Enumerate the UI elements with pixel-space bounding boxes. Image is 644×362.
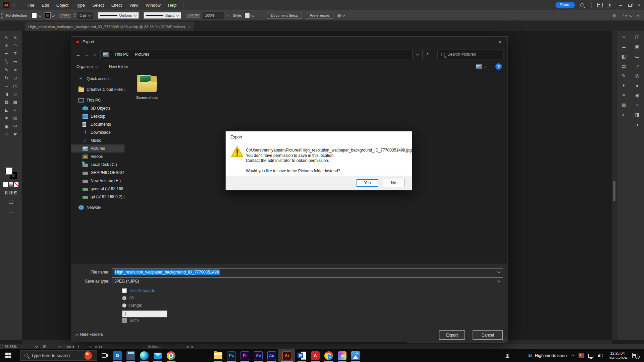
breadcrumb-this-pc[interactable]: This PC	[114, 52, 129, 57]
help-icon[interactable]: ?	[495, 63, 502, 70]
graphic-styles-panel-icon[interactable]: ◉	[635, 93, 639, 98]
view-mode-icon[interactable]	[476, 64, 482, 69]
shaper-tool-icon[interactable]: ≈	[11, 66, 20, 74]
sidebar-item-downloads[interactable]: Downloads	[71, 128, 124, 136]
taskbar-app-premiere[interactable]: Pr	[238, 349, 252, 362]
menu-type[interactable]: Type	[76, 3, 85, 8]
menu-select[interactable]: Select	[92, 3, 104, 8]
cc-libraries-panel-icon[interactable]: ☁	[621, 44, 626, 49]
folder-tile-screenshots[interactable]: Screenshots	[130, 72, 164, 109]
gradient-panel-icon[interactable]: ▩	[622, 102, 626, 108]
weather-status-label[interactable]: High winds soon	[535, 353, 567, 358]
file-name-input[interactable]: High_resolution_wallpaper_background_ID_…	[112, 268, 503, 276]
taskbar-app-chrome[interactable]	[164, 349, 178, 362]
perspective-grid-tool-icon[interactable]: ◇	[11, 90, 20, 98]
screen-mode-icon[interactable]: ▢	[8, 198, 13, 204]
sidebar-item-desktop[interactable]: Desktop	[71, 112, 124, 120]
style-swatch[interactable]	[245, 13, 250, 18]
menu-effect[interactable]: Effect	[111, 3, 122, 8]
sidebar-item-new-volume-e[interactable]: New Volume (E:)	[71, 177, 124, 185]
taskbar-app-creative-cloud[interactable]: ∞	[335, 349, 349, 362]
taskbar-app-aftereffects[interactable]: Ae	[252, 349, 265, 362]
color-guide-panel-icon[interactable]: ◎	[635, 73, 639, 78]
taskbar-app-mail[interactable]	[151, 349, 164, 362]
rotation-select[interactable]: 0°	[41, 345, 62, 349]
sidebar-item-this-pc[interactable]: This PC	[71, 96, 124, 104]
task-view-button[interactable]	[97, 349, 111, 362]
recent-locations-icon[interactable]	[93, 53, 96, 56]
sidebar-item-3d-objects[interactable]: 3D Objects	[71, 104, 124, 112]
stroke-stepper[interactable]: ▲▼	[73, 13, 76, 18]
toolbox-more-icon[interactable]: …	[8, 208, 14, 214]
workspace-switcher-icon[interactable]: ⋮▸	[622, 13, 628, 18]
no-button[interactable]: No	[383, 179, 405, 187]
properties-panel-icon[interactable]: ◫	[635, 34, 639, 40]
stroke-label[interactable]: Stroke:	[59, 13, 71, 18]
type-tool-icon[interactable]: T	[11, 50, 20, 58]
column-graph-tool-icon[interactable]: ▥	[11, 114, 20, 122]
close-button[interactable]: ×	[635, 0, 644, 10]
minimize-button[interactable]: –	[616, 0, 625, 10]
use-artboards-checkbox[interactable]	[122, 288, 127, 293]
taskbar-app-photos[interactable]	[349, 349, 362, 362]
draw-inside-icon[interactable]: ◩	[13, 190, 17, 195]
menu-edit[interactable]: Edit	[42, 3, 49, 8]
color-panel-icon[interactable]: ◧	[622, 54, 626, 59]
gradient-tool-icon[interactable]: ▩	[11, 98, 20, 106]
range-input[interactable]: 1	[122, 310, 167, 317]
appearance-panel-icon[interactable]: ●	[636, 83, 639, 88]
taskbar-app-word[interactable]: W	[295, 349, 309, 362]
sidebar-item-creative-cloud[interactable]: Creative Cloud Files F	[71, 85, 124, 94]
cancel-button[interactable]: Cancel	[473, 330, 503, 340]
sidebar-item-videos[interactable]: Videos	[71, 153, 124, 161]
shape-builder-tool-icon[interactable]: ◨	[2, 90, 11, 98]
new-folder-button[interactable]: New folder	[109, 64, 128, 69]
sidebar-item-quick-access[interactable]: Quick access	[71, 75, 124, 83]
suffix-checkbox[interactable]: ✓	[122, 318, 127, 323]
slice-tool-icon[interactable]: ✂	[11, 122, 20, 130]
grid-snap-icon[interactable]: ▦	[612, 13, 616, 18]
first-artboard-icon[interactable]: ◀◀	[66, 345, 70, 348]
taskbar-app-calculator[interactable]	[124, 349, 138, 362]
taskbar-search-input[interactable]	[31, 353, 82, 358]
vertical-scrollbar[interactable]	[612, 31, 616, 340]
yes-button[interactable]: Yes	[357, 179, 378, 187]
dialog-close-icon[interactable]: ×	[496, 38, 504, 46]
sidebar-item-documents[interactable]: Documents	[71, 120, 124, 128]
scroll-right-icon[interactable]: ▶	[187, 345, 189, 348]
layers-panel-icon[interactable]: ▣	[635, 44, 639, 49]
fill-proxy-icon[interactable]	[5, 168, 12, 174]
view-mode-dropdown-icon[interactable]	[484, 65, 487, 68]
home-icon[interactable]: ⌂	[12, 2, 15, 8]
hand-tool-icon[interactable]: ☛	[11, 130, 20, 138]
align-options-icon[interactable]: ▦	[337, 13, 341, 18]
all-option[interactable]: All	[122, 296, 133, 300]
selection-tool-icon[interactable]: ↖	[2, 34, 11, 42]
style-dropdown-icon[interactable]	[251, 14, 255, 17]
sidebar-item-general-network-drive[interactable]: general (\\192.168.0	[71, 185, 124, 193]
document-setup-button[interactable]: Document Setup	[267, 12, 302, 19]
taskbar-app-explorer[interactable]	[211, 349, 225, 362]
stroke-panel-icon[interactable]: ≡	[622, 93, 625, 98]
start-button[interactable]	[0, 349, 16, 362]
tray-expand-icon[interactable]	[571, 355, 574, 358]
list-view-icon[interactable]: ≡	[637, 13, 639, 17]
document-layout-icon[interactable]	[606, 3, 611, 7]
range-option[interactable]: Range:	[122, 303, 142, 308]
opacity-more-icon[interactable]: ›	[227, 13, 228, 17]
taskbar-app-edge[interactable]	[138, 349, 151, 362]
eyedropper-tool-icon[interactable]: ◣	[2, 106, 11, 114]
clock[interactable]: 12:25:04 10-02-2024	[608, 351, 627, 360]
people-icon[interactable]	[505, 354, 509, 358]
symbols-panel-icon[interactable]: ✶	[622, 83, 626, 88]
notification-center-icon[interactable]: 3	[632, 353, 638, 358]
zoom-level-select[interactable]: 33.33%	[3, 345, 40, 349]
range-radio[interactable]	[122, 303, 126, 308]
free-transform-tool-icon[interactable]: ◳	[11, 82, 20, 90]
none-mode-icon[interactable]	[14, 182, 18, 187]
use-artboards-option[interactable]: Use Artboards	[122, 288, 155, 293]
network-status-icon[interactable]	[588, 354, 593, 358]
draw-normal-icon[interactable]: ◧	[4, 190, 8, 195]
taskbar-app-acrobat[interactable]: A	[309, 349, 322, 362]
taskbar-app-illustrator[interactable]: Ai	[278, 349, 295, 362]
